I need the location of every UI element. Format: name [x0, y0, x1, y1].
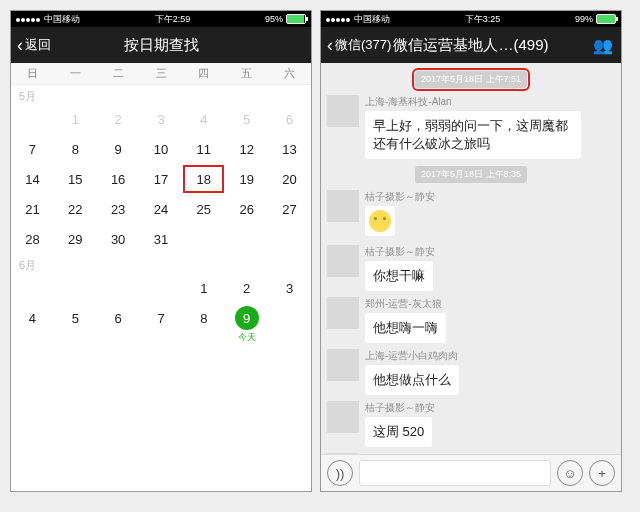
sender-name: 郑州-运营-灰太狼 — [365, 297, 615, 311]
sender-name: 桔子摄影～静安 — [365, 245, 615, 259]
avatar[interactable] — [327, 401, 359, 433]
message-bubble[interactable]: 他想嗨一嗨 — [365, 313, 446, 343]
sender-name: 桔子摄影～静安 — [365, 190, 615, 204]
message-bubble[interactable]: 他想做点什么 — [365, 365, 459, 395]
date-cell[interactable]: 8 — [182, 303, 225, 333]
carrier: 中国移动 — [354, 13, 390, 26]
back-label: 微信(377) — [335, 36, 391, 54]
date-cell[interactable]: 13 — [268, 134, 311, 164]
message-row: 桔子摄影～静安 — [321, 187, 621, 242]
avatar[interactable] — [327, 245, 359, 277]
date-cell[interactable]: 17 — [140, 164, 183, 194]
status-time: 下午3:25 — [465, 13, 501, 26]
chevron-left-icon: ‹ — [17, 35, 23, 56]
date-cell[interactable]: 1 — [54, 104, 97, 134]
date-cell[interactable]: 6 — [97, 303, 140, 333]
date-cell[interactable]: 16 — [97, 164, 140, 194]
weekday-cell: 二 — [97, 63, 140, 84]
month-grid-may: 1234567891011121314151617181920212223242… — [11, 104, 311, 254]
status-time: 下午2:59 — [155, 13, 191, 26]
date-cell[interactable]: 25 — [182, 194, 225, 224]
battery-pct: 95% — [265, 14, 283, 24]
date-cell[interactable]: 7 — [140, 303, 183, 333]
date-cell[interactable]: 28 — [11, 224, 54, 254]
plus-icon[interactable]: + — [589, 460, 615, 486]
date-cell[interactable]: 20 — [268, 164, 311, 194]
add-person-icon[interactable]: 👥 — [593, 36, 613, 55]
weekday-cell: 一 — [54, 63, 97, 84]
date-cell[interactable]: 7 — [11, 134, 54, 164]
date-cell[interactable]: 29 — [54, 224, 97, 254]
sender-name: 上海-海基科技-Alan — [365, 95, 615, 109]
weekday-cell: 六 — [268, 63, 311, 84]
status-bar: 中国移动 下午3:25 99% — [321, 11, 621, 27]
back-button[interactable]: ‹返回 — [17, 35, 51, 56]
message-row: 郑州-运营-灰太狼他想嗨一嗨 — [321, 294, 621, 346]
back-label: 返回 — [25, 36, 51, 54]
date-cell[interactable]: 31 — [140, 224, 183, 254]
avatar[interactable] — [327, 297, 359, 329]
nav-bar: ‹返回 按日期查找 — [11, 27, 311, 63]
date-cell[interactable]: 1 — [182, 273, 225, 303]
date-cell[interactable]: 21 — [11, 194, 54, 224]
battery-icon — [286, 14, 306, 24]
calendar-body[interactable]: 日一二三四五六 5月 12345678910111213141516171819… — [11, 63, 311, 491]
date-cell[interactable]: 15 — [54, 164, 97, 194]
back-button[interactable]: ‹微信(377) — [327, 35, 391, 56]
message-row: 上海-运营小白鸡肉肉他想做点什么 — [321, 346, 621, 398]
date-cell[interactable]: 5 — [54, 303, 97, 333]
avatar[interactable] — [327, 95, 359, 127]
nav-bar: ‹微信(377) 微信运营基地人…(499) 👥 — [321, 27, 621, 63]
timestamp: 2017年5月18日 上午7:51 — [415, 71, 527, 88]
date-cell[interactable]: 23 — [97, 194, 140, 224]
date-cell[interactable]: 8 — [54, 134, 97, 164]
emoji-icon[interactable]: ☺ — [557, 460, 583, 486]
date-cell[interactable]: 24 — [140, 194, 183, 224]
month-grid-june: 123456789今天 — [11, 273, 311, 344]
chat-scroll[interactable]: 2017年5月18日 上午7:51上海-海基科技-Alan早上好，弱弱的问一下，… — [321, 63, 621, 454]
date-cell[interactable]: 2 — [97, 104, 140, 134]
sender-name: 桔子摄影～静安 — [365, 401, 615, 415]
date-cell[interactable]: 18 — [182, 164, 225, 194]
weekday-cell: 四 — [182, 63, 225, 84]
date-cell[interactable]: 12 — [225, 134, 268, 164]
date-cell[interactable]: 5 — [225, 104, 268, 134]
battery-pct: 99% — [575, 14, 593, 24]
date-cell[interactable]: 3 — [268, 273, 311, 303]
date-cell[interactable]: 19 — [225, 164, 268, 194]
date-cell[interactable]: 26 — [225, 194, 268, 224]
month-label-may: 5月 — [11, 85, 311, 104]
message-bubble[interactable]: 你想干嘛 — [365, 261, 433, 291]
date-cell[interactable]: 22 — [54, 194, 97, 224]
date-cell[interactable]: 9 — [225, 303, 268, 333]
battery-icon — [596, 14, 616, 24]
message-bubble[interactable] — [365, 206, 395, 236]
message-input[interactable] — [359, 460, 551, 486]
message-row: 桔子摄影～静安你想干嘛 — [321, 242, 621, 294]
avatar[interactable] — [327, 190, 359, 222]
carrier: 中国移动 — [44, 13, 80, 26]
voice-icon[interactable]: )) — [327, 460, 353, 486]
month-label-june: 6月 — [11, 254, 311, 273]
date-cell[interactable]: 6 — [268, 104, 311, 134]
date-cell[interactable]: 10 — [140, 134, 183, 164]
date-cell[interactable]: 4 — [182, 104, 225, 134]
status-bar: 中国移动 下午2:59 95% — [11, 11, 311, 27]
date-cell[interactable]: 14 — [11, 164, 54, 194]
timestamp: 2017年5月18日 上午8:35 — [415, 166, 527, 183]
date-cell[interactable]: 2 — [225, 273, 268, 303]
message-row: 桔子摄影～静安这周 520 — [321, 398, 621, 450]
date-cell[interactable]: 9 — [97, 134, 140, 164]
input-bar: )) ☺ + — [321, 454, 621, 491]
date-cell[interactable]: 3 — [140, 104, 183, 134]
chat-screen: 中国移动 下午3:25 99% ‹微信(377) 微信运营基地人…(499) 👥… — [320, 10, 622, 492]
date-cell[interactable]: 30 — [97, 224, 140, 254]
date-cell[interactable]: 11 — [182, 134, 225, 164]
date-cell[interactable]: 27 — [268, 194, 311, 224]
message-row: 上海-海基科技-Alan早上好，弱弱的问一下，这周魔都还有什么破冰之旅吗 — [321, 92, 621, 162]
message-bubble[interactable]: 早上好，弱弱的问一下，这周魔都还有什么破冰之旅吗 — [365, 111, 581, 159]
message-bubble[interactable]: 这周 520 — [365, 417, 432, 447]
weekday-cell: 三 — [140, 63, 183, 84]
avatar[interactable] — [327, 349, 359, 381]
date-cell[interactable]: 4 — [11, 303, 54, 333]
